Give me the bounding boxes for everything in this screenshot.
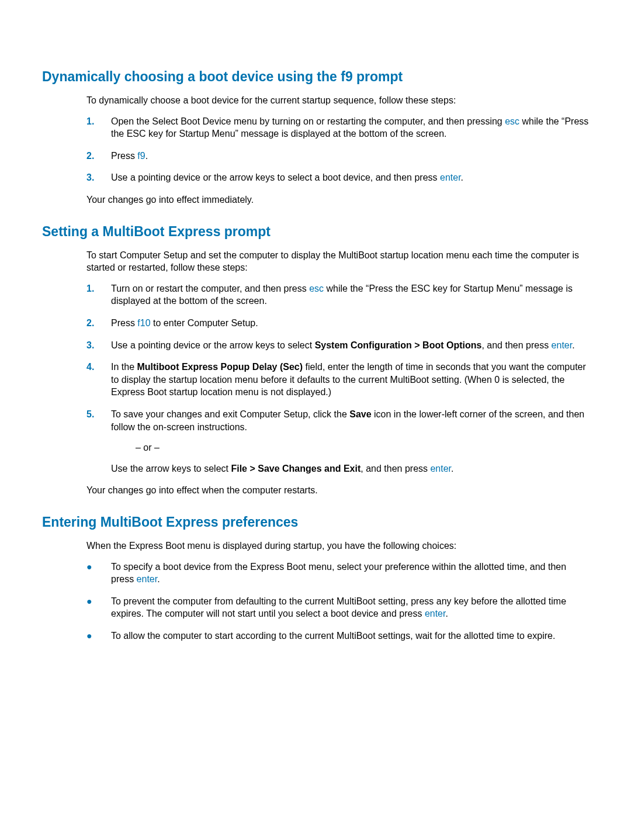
menu-path: System Configuration > Boot Options (315, 340, 482, 350)
step-number: 4. (86, 361, 111, 374)
steps-list: 1. Open the Select Boot Device menu by t… (86, 115, 589, 184)
step-text: Use a pointing device or the arrow keys … (111, 339, 589, 352)
list-item: ● To specify a boot device from the Expr… (86, 561, 589, 586)
field-name: Multiboot Express Popup Delay (Sec) (137, 362, 303, 372)
list-item: 1. Turn on or restart the computer, and … (86, 282, 589, 307)
step-text: Turn on or restart the computer, and the… (111, 282, 589, 307)
key-enter: enter (137, 574, 158, 584)
heading-multiboot-express-prefs: Entering MultiBoot Express preferences (42, 513, 589, 531)
step-number: 2. (86, 150, 111, 163)
step-text: In the Multiboot Express Popup Delay (Se… (111, 361, 589, 399)
step-text: To save your changes and exit Computer S… (111, 408, 589, 475)
intro-text: To dynamically choose a boot device for … (86, 94, 589, 107)
bullet-icon: ● (86, 630, 111, 642)
step-text: Use a pointing device or the arrow keys … (111, 171, 589, 184)
list-item: 2. Press f10 to enter Computer Setup. (86, 317, 589, 330)
list-item: 3. Use a pointing device or the arrow ke… (86, 339, 589, 352)
or-separator: – or – (136, 441, 589, 454)
bullet-icon: ● (86, 595, 111, 608)
steps-list: 1. Turn on or restart the computer, and … (86, 282, 589, 475)
key-f10: f10 (137, 318, 150, 328)
step-number: 5. (86, 408, 111, 421)
list-item: ● To prevent the computer from defaultin… (86, 595, 589, 620)
bullet-icon: ● (86, 561, 111, 573)
step-number: 1. (86, 282, 111, 295)
key-f9: f9 (137, 151, 145, 161)
outro-text: Your changes go into effect immediately. (86, 193, 589, 206)
list-item: 2. Press f9. (86, 150, 589, 163)
step-number: 2. (86, 317, 111, 330)
bullet-list: ● To specify a boot device from the Expr… (86, 561, 589, 642)
list-item: 1. Open the Select Boot Device menu by t… (86, 115, 589, 140)
outro-text: Your changes go into effect when the com… (86, 484, 589, 497)
menu-path: File > Save Changes and Exit (231, 464, 360, 473)
list-item: 3. Use a pointing device or the arrow ke… (86, 171, 589, 184)
step-number: 3. (86, 339, 111, 352)
save-label: Save (349, 409, 371, 419)
list-item: 4. In the Multiboot Express Popup Delay … (86, 361, 589, 399)
step-number: 1. (86, 115, 111, 128)
key-esc: esc (505, 116, 519, 126)
key-enter: enter (430, 464, 451, 473)
list-item: ● To allow the computer to start accordi… (86, 630, 589, 642)
bullet-text: To specify a boot device from the Expres… (111, 561, 589, 586)
intro-text: When the Express Boot menu is displayed … (86, 540, 589, 552)
step-text: Press f9. (111, 150, 589, 163)
key-enter: enter (552, 340, 573, 350)
step-number: 3. (86, 171, 111, 184)
step-text: Open the Select Boot Device menu by turn… (111, 115, 589, 140)
list-item: 5. To save your changes and exit Compute… (86, 408, 589, 475)
key-enter: enter (425, 609, 446, 618)
key-esc: esc (309, 284, 324, 293)
step-text: Press f10 to enter Computer Setup. (111, 317, 589, 330)
bullet-text: To prevent the computer from defaulting … (111, 595, 589, 620)
alt-step-text: Use the arrow keys to select File > Save… (111, 462, 589, 475)
bullet-text: To allow the computer to start according… (111, 630, 589, 642)
intro-text: To start Computer Setup and set the comp… (86, 249, 589, 274)
heading-multiboot-express-prompt: Setting a MultiBoot Express prompt (42, 223, 589, 241)
key-enter: enter (440, 172, 461, 182)
heading-f9-prompt: Dynamically choosing a boot device using… (42, 68, 589, 86)
